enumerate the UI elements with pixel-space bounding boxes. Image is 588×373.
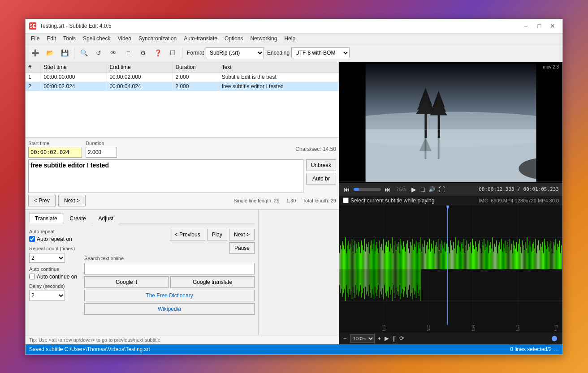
start-time-input[interactable]: [28, 147, 82, 158]
fast-forward-button[interactable]: ⏭: [384, 185, 392, 194]
col-end: End time: [107, 62, 173, 73]
play-video-button[interactable]: ▶: [411, 185, 417, 194]
svg-rect-219: [524, 250, 524, 269]
svg-rect-47: [359, 247, 360, 269]
subtitle-table-container[interactable]: # Start time End time Duration Text 1 00…: [26, 62, 339, 138]
table-row[interactable]: 2 00:00:02.024 00:00:04.024 2.000 free s…: [26, 81, 339, 91]
tab-translate[interactable]: Translate: [29, 213, 63, 223]
layout-button[interactable]: ☐: [166, 46, 179, 60]
table-row[interactable]: 1 00:00:00.000 00:00:02.000 2.000 Subtit…: [26, 72, 339, 81]
waveform-area[interactable]: 13 14 15 16 17: [339, 206, 562, 333]
search-buttons: Google it Google translate: [84, 276, 255, 288]
stop-video-button[interactable]: □: [420, 185, 425, 194]
open-button[interactable]: 📂: [43, 46, 56, 60]
svg-rect-157: [465, 253, 465, 269]
zoom-in-button[interactable]: +: [377, 334, 382, 342]
svg-rect-113: [423, 244, 423, 269]
auto-repeat-checkbox[interactable]: [29, 236, 35, 242]
menu-synchronization[interactable]: Synchronization: [135, 34, 180, 44]
svg-rect-207: [512, 253, 513, 269]
playhead-indicator[interactable]: [552, 336, 557, 341]
previous-button[interactable]: < Previous: [170, 229, 205, 240]
svg-rect-287: [366, 269, 367, 295]
svg-rect-295: [374, 269, 374, 299]
close-button[interactable]: ✕: [546, 21, 559, 31]
menu-help[interactable]: Help: [281, 34, 299, 44]
auto-br-button[interactable]: Auto br: [306, 173, 336, 184]
menu-networking[interactable]: Networking: [246, 34, 281, 44]
menu-options[interactable]: Options: [221, 34, 246, 44]
menu-tools[interactable]: Tools: [60, 34, 79, 44]
format-select[interactable]: SubRip (.srt): [206, 47, 264, 58]
duration-input[interactable]: [86, 147, 117, 158]
svg-rect-70: [381, 244, 382, 269]
find-button[interactable]: 🔍: [77, 46, 91, 60]
svg-rect-73: [384, 253, 385, 269]
fullscreen-button[interactable]: ⛶: [438, 185, 446, 194]
google-it-button[interactable]: Google it: [84, 276, 169, 288]
svg-rect-50: [362, 245, 363, 269]
svg-rect-74: [385, 245, 385, 269]
settings-button[interactable]: ⚙: [136, 46, 150, 60]
menu-edit[interactable]: Edit: [43, 34, 60, 44]
tab-create[interactable]: Create: [64, 213, 92, 223]
menu-auto-translate[interactable]: Auto-translate: [180, 34, 221, 44]
menu-spell-check[interactable]: Spell check: [79, 34, 114, 44]
svg-rect-319: [397, 269, 397, 295]
svg-rect-217: [522, 240, 523, 269]
svg-rect-329: [406, 269, 406, 295]
new-button[interactable]: ➕: [28, 46, 42, 60]
encoding-select[interactable]: UTF-8 with BOM: [291, 47, 350, 58]
svg-rect-228: [532, 244, 533, 269]
svg-rect-205: [510, 250, 511, 269]
play-button[interactable]: Play: [207, 229, 227, 240]
help-button[interactable]: ❓: [151, 46, 164, 60]
adjust-button[interactable]: ≡: [121, 46, 135, 60]
zoom-select[interactable]: 100% 200% 50%: [350, 334, 375, 343]
delay-select[interactable]: 2 1 3: [29, 291, 65, 300]
free-dictionary-button[interactable]: The Free Dictionary: [84, 290, 255, 301]
menu-file[interactable]: File: [27, 34, 43, 44]
svg-rect-331: [408, 269, 409, 290]
next-play-button[interactable]: Next >: [229, 229, 255, 240]
pause-button[interactable]: Pause: [229, 242, 255, 254]
cell-end: 00:00:04.024: [107, 81, 173, 91]
search-input[interactable]: [84, 263, 255, 274]
prev-button[interactable]: < Prev: [28, 195, 56, 206]
auto-continue-checkbox[interactable]: [29, 274, 35, 279]
tab-adjust[interactable]: Adjust: [93, 213, 119, 223]
svg-rect-300: [379, 269, 379, 285]
wf-play-button[interactable]: ▶: [384, 334, 389, 342]
save-button[interactable]: 💾: [58, 46, 71, 60]
unbreak-button[interactable]: Unbreak: [306, 159, 336, 171]
google-translate-button[interactable]: Google translate: [170, 276, 255, 288]
svg-rect-134: [443, 245, 443, 269]
refresh-button[interactable]: ↺: [92, 46, 105, 60]
svg-rect-172: [479, 240, 480, 269]
svg-rect-107: [417, 253, 417, 269]
rewind-button[interactable]: ⏮: [343, 185, 351, 194]
svg-rect-252: [555, 239, 556, 269]
auto-repeat-group: Auto repeat Auto repeat on: [29, 229, 77, 242]
zoom-out-button[interactable]: −: [343, 334, 347, 342]
svg-rect-241: [545, 245, 545, 269]
minimize-button[interactable]: −: [519, 21, 532, 31]
progress-bar[interactable]: [354, 188, 381, 191]
maximize-button[interactable]: □: [533, 21, 545, 31]
svg-rect-67: [379, 253, 379, 269]
menu-video[interactable]: Video: [114, 34, 134, 44]
wf-loop-button[interactable]: ⟳: [399, 334, 405, 342]
wikipedia-button[interactable]: Wikipedia: [84, 303, 255, 315]
subtitle-text-input[interactable]: free subtitle editor I tested: [28, 159, 303, 193]
svg-rect-279: [359, 269, 359, 296]
translate-button[interactable]: 👁: [107, 46, 120, 60]
svg-rect-111: [420, 237, 421, 269]
select-subtitle-checkbox[interactable]: [343, 197, 349, 203]
wf-marker-button[interactable]: ||: [392, 334, 396, 342]
repeat-count-select[interactable]: 2 3 4: [29, 253, 65, 263]
svg-rect-227: [532, 251, 532, 269]
svg-rect-169: [476, 247, 476, 269]
svg-rect-304: [382, 269, 383, 288]
next-button[interactable]: Next >: [58, 195, 86, 206]
window-title: Testing.srt - Subtitle Edit 4.0.5: [40, 23, 519, 29]
